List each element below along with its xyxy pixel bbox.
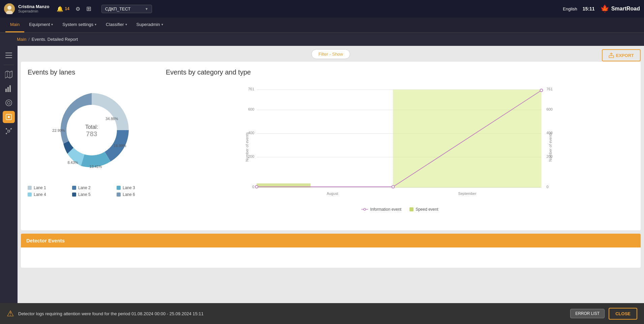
- line-chart-svg: 761 600 400 200 0 761 600 400 200 0 Numb…: [166, 83, 634, 211]
- svg-rect-10: [7, 87, 9, 92]
- svg-text:34.86%: 34.86%: [105, 117, 118, 121]
- svg-line-21: [9, 129, 10, 130]
- svg-rect-11: [9, 85, 11, 92]
- legend-label-lane4: Lane 4: [34, 192, 46, 197]
- menu-label-classifier: Classifier: [106, 22, 124, 27]
- donut-wrapper: 34.86% 16.99% 13.41% 8.43% 22.99% Total:…: [44, 83, 139, 179]
- close-button[interactable]: CLOSE: [609, 308, 637, 320]
- legend-lane6: Lane 6: [117, 192, 156, 197]
- breadcrumb-current: Events. Detailed Report: [32, 37, 78, 42]
- svg-text:8.43%: 8.43%: [67, 160, 78, 165]
- menu-item-equipment[interactable]: Equipment ▾: [24, 18, 58, 32]
- warning-icon: ⚠: [7, 309, 14, 318]
- y-axis-label-200-left: 200: [248, 154, 254, 158]
- legend-label-lane2: Lane 2: [78, 185, 91, 190]
- sidebar-icon-events[interactable]: [3, 111, 15, 123]
- settings-icon[interactable]: ⚙: [75, 6, 80, 12]
- svg-point-12: [6, 100, 12, 106]
- add-icon[interactable]: ⊞: [86, 5, 91, 12]
- bell-icon: 🔔: [57, 6, 63, 12]
- category-chart-title: Events by category and type: [166, 68, 634, 76]
- svg-marker-6: [5, 71, 12, 78]
- svg-rect-23: [609, 56, 614, 58]
- notification-bar: ⚠ Detector logs requiring attention were…: [0, 303, 644, 324]
- svg-point-17: [6, 128, 7, 129]
- y-axis-label-0-right: 0: [547, 185, 549, 189]
- main-layout: Filter - Show EXPORT Events by lanes: [0, 46, 644, 324]
- svg-point-19: [6, 133, 7, 134]
- language-selector[interactable]: English: [563, 6, 577, 11]
- menu-item-classifier[interactable]: Classifier ▾: [101, 18, 131, 32]
- filter-show-button[interactable]: Filter - Show: [311, 49, 350, 59]
- menu-bar: Main Equipment ▾ System settings ▾ Class…: [0, 18, 644, 32]
- breadcrumb-parent[interactable]: Main: [17, 37, 26, 42]
- y-axis-label-600-right: 600: [547, 107, 553, 111]
- chart-canvas-wrapper: 761 600 400 200 0 761 600 400 200 0 Numb…: [166, 83, 634, 204]
- sidebar-icon-network[interactable]: [3, 125, 15, 137]
- content-area: Filter - Show EXPORT Events by lanes: [18, 46, 644, 324]
- menu-label-superadmin: Superadmin: [136, 22, 160, 27]
- svg-point-18: [10, 128, 12, 129]
- menu-item-main[interactable]: Main: [5, 18, 24, 32]
- menu-item-superadmin[interactable]: Superadmin ▾: [132, 18, 168, 32]
- menu-item-system-settings[interactable]: System settings ▾: [58, 18, 101, 32]
- site-dropdown[interactable]: СДКП_ТЕСТ ▼: [101, 5, 152, 13]
- sidebar-icon-menu[interactable]: [3, 49, 15, 61]
- export-label: EXPORT: [616, 53, 634, 58]
- sidebar-icon-chart[interactable]: [3, 83, 15, 95]
- user-info: Cristina Manzo Superadmin: [18, 4, 49, 14]
- menu-label-system-settings: System settings: [62, 22, 93, 27]
- svg-line-22: [7, 132, 8, 133]
- y-axis-label-761-right: 761: [547, 87, 553, 91]
- line-point-start: [255, 185, 258, 188]
- y-axis-label-0-left: 0: [252, 185, 254, 189]
- menu-label-main: Main: [10, 22, 20, 27]
- sidebar-icon-map[interactable]: [3, 68, 15, 81]
- export-icon: [609, 53, 614, 58]
- sidebar-icon-dashboard[interactable]: [3, 97, 15, 109]
- detector-events-header: Detector Events: [21, 234, 641, 247]
- legend-label-lane6: Lane 6: [123, 192, 135, 197]
- brand-icon: 🍁: [600, 4, 609, 13]
- svg-point-1: [7, 6, 11, 10]
- donut-center-text: Total: 783: [85, 124, 98, 138]
- export-button-container: EXPORT: [602, 49, 641, 61]
- notification-text: Detector logs requiring attention were f…: [18, 311, 566, 316]
- y-axis-label-761-left: 761: [248, 87, 254, 91]
- svg-text:16.99%: 16.99%: [114, 144, 126, 148]
- detector-events-panel: Detector Events: [21, 234, 641, 268]
- sidebar: [0, 46, 18, 324]
- chevron-down-icon-2: ▾: [95, 23, 96, 26]
- menu-label-equipment: Equipment: [29, 22, 50, 27]
- svg-point-15: [8, 116, 10, 118]
- chevron-down-icon-3: ▾: [125, 23, 127, 26]
- breadcrumb-separator: /: [28, 37, 30, 42]
- charts-panel: Events by lanes: [21, 62, 641, 230]
- y-axis-label-400-left: 400: [248, 131, 254, 135]
- user-role: Superadmin: [18, 9, 49, 13]
- legend-label-lane3: Lane 3: [123, 185, 135, 190]
- legend-lane2: Lane 2: [72, 185, 111, 190]
- legend-lane3: Lane 3: [117, 185, 156, 190]
- legend-label-lane1: Lane 1: [34, 185, 46, 190]
- legend-lane4: Lane 4: [28, 192, 67, 197]
- chevron-down-icon-4: ▾: [161, 23, 163, 26]
- legend-label-lane5: Lane 5: [78, 192, 91, 197]
- legend-color-lane2: [72, 186, 76, 190]
- legend-lane5: Lane 5: [72, 192, 111, 197]
- y-axis-label-600-left: 600: [248, 107, 254, 111]
- legend-color-lane5: [72, 193, 76, 197]
- export-button[interactable]: EXPORT: [602, 49, 641, 61]
- chevron-down-icon: ▾: [51, 23, 53, 26]
- svg-rect-4: [5, 55, 12, 56]
- y-axis-title-left: Number of events: [245, 132, 249, 161]
- svg-rect-5: [5, 57, 12, 58]
- donut-legend: Lane 1 Lane 2 Lane 3 Lane 4: [28, 185, 156, 197]
- user-name: Cristina Manzo: [18, 4, 49, 9]
- notification-area[interactable]: 🔔 14: [57, 6, 69, 12]
- svg-text:13.41%: 13.41%: [89, 165, 102, 169]
- donut-chart-container: 34.86% 16.99% 13.41% 8.43% 22.99% Total:…: [28, 83, 156, 179]
- site-name: СДКП_ТЕСТ: [105, 6, 131, 11]
- error-list-button[interactable]: ERROR LIST: [570, 309, 605, 318]
- x-label-august: August: [327, 192, 338, 196]
